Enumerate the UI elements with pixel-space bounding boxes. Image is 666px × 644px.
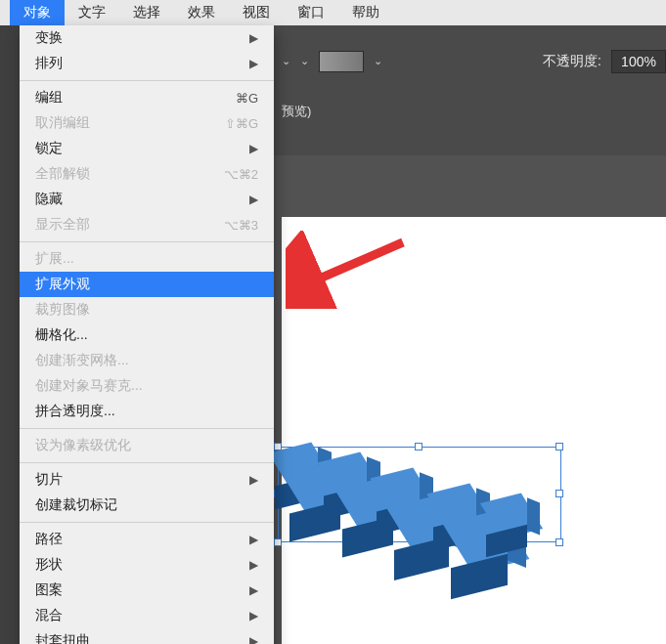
menu-item-help[interactable]: 帮助	[338, 0, 393, 25]
opacity-label: 不透明度:	[543, 53, 601, 70]
left-toolbox	[0, 25, 20, 644]
menu-separator	[20, 428, 274, 429]
menu-item-view[interactable]: 视图	[229, 0, 284, 25]
chevron-right-icon: ▶	[249, 583, 258, 597]
menu-item: 设为像素级优化	[20, 433, 274, 458]
menu-item-label: 隐藏	[35, 191, 63, 208]
menu-separator	[20, 522, 274, 523]
chevron-right-icon: ▶	[249, 533, 258, 546]
menu-item[interactable]: 锁定▶	[20, 136, 274, 161]
menu-item-effect[interactable]: 效果	[174, 0, 229, 25]
selection-handle[interactable]	[555, 443, 563, 451]
menu-item-shortcut: ⇧⌘G	[225, 116, 258, 131]
opacity-input[interactable]: 100%	[611, 50, 666, 73]
menu-item: 裁剪图像	[20, 297, 274, 322]
menu-separator	[20, 241, 274, 242]
chevron-right-icon: ▶	[249, 609, 258, 623]
chevron-down-icon[interactable]: ⌄	[374, 55, 382, 67]
selected-artwork[interactable]	[280, 435, 563, 621]
menu-item-window[interactable]: 窗口	[284, 0, 338, 25]
menu-item-label: 扩展...	[35, 250, 74, 268]
menu-item-label: 创建渐变网格...	[35, 352, 129, 369]
menu-item[interactable]: 变换▶	[20, 25, 274, 51]
menu-item-label: 路径	[35, 531, 63, 548]
menu-item-label: 扩展外观	[35, 276, 90, 293]
object-menu-dropdown: 变换▶排列▶编组⌘G取消编组⇧⌘G锁定▶全部解锁⌥⌘2隐藏▶显示全部⌥⌘3扩展.…	[20, 25, 274, 644]
selection-handle[interactable]	[274, 538, 282, 546]
chevron-right-icon: ▶	[249, 31, 258, 45]
selection-handle[interactable]	[555, 538, 563, 546]
menu-item-label: 全部解锁	[35, 165, 90, 183]
menu-item: 取消编组⇧⌘G	[20, 110, 274, 136]
menu-item-select[interactable]: 选择	[119, 0, 174, 25]
menu-item-label: 显示全部	[35, 216, 90, 234]
menu-item-label: 图案	[35, 581, 63, 599]
menu-item[interactable]: 形状▶	[20, 552, 274, 578]
chevron-right-icon: ▶	[249, 558, 258, 572]
menu-item-label: 拼合透明度...	[35, 403, 115, 420]
menu-item-object[interactable]: 对象	[10, 0, 65, 25]
menu-item-text[interactable]: 文字	[65, 0, 119, 25]
chevron-right-icon: ▶	[249, 142, 258, 155]
menu-item[interactable]: 拼合透明度...	[20, 399, 274, 424]
menu-item[interactable]: 栅格化...	[20, 322, 274, 348]
menubar: 对象 文字 选择 效果 视图 窗口 帮助	[0, 0, 666, 25]
menu-item-label: 排列	[35, 55, 63, 72]
chevron-right-icon: ▶	[249, 57, 258, 70]
menu-item-label: 设为像素级优化	[35, 437, 131, 454]
menu-item[interactable]: 图案▶	[20, 578, 274, 603]
chevron-right-icon: ▶	[249, 634, 258, 644]
menu-item-label: 取消编组	[35, 114, 90, 132]
selection-handle[interactable]	[555, 490, 563, 497]
menu-item-label: 栅格化...	[35, 326, 88, 344]
menu-separator	[20, 462, 274, 463]
menu-item-label: 编组	[35, 89, 63, 107]
menu-item-shortcut: ⌥⌘3	[224, 218, 258, 233]
menu-item[interactable]: 排列▶	[20, 51, 274, 76]
chevron-right-icon: ▶	[249, 193, 258, 206]
menu-item: 全部解锁⌥⌘2	[20, 161, 274, 187]
menu-item[interactable]: 混合▶	[20, 603, 274, 628]
menu-item[interactable]: 封套扭曲▶	[20, 628, 274, 644]
menu-item: 显示全部⌥⌘3	[20, 212, 274, 237]
menu-item[interactable]: 切片▶	[20, 467, 274, 493]
menu-item: 创建渐变网格...	[20, 348, 274, 373]
menu-item: 扩展...	[20, 246, 274, 272]
menu-item-label: 裁剪图像	[35, 301, 90, 319]
selection-handle[interactable]	[415, 443, 422, 451]
menu-item-shortcut: ⌘G	[236, 91, 258, 106]
menu-item[interactable]: 创建裁切标记	[20, 493, 274, 518]
menu-item[interactable]: 扩展外观	[20, 272, 274, 297]
menu-item[interactable]: 隐藏▶	[20, 187, 274, 212]
menu-item-label: 切片	[35, 471, 63, 489]
menu-item-label: 封套扭曲	[35, 632, 90, 644]
chevron-down-icon[interactable]: ⌄	[300, 55, 309, 67]
menu-item-label: 混合	[35, 607, 63, 624]
menu-item-shortcut: ⌥⌘2	[224, 167, 258, 182]
menu-item-label: 创建对象马赛克...	[35, 377, 143, 395]
menu-item-label: 形状	[35, 556, 63, 574]
menu-item-label: 创建裁切标记	[35, 496, 117, 514]
menu-item: 创建对象马赛克...	[20, 373, 274, 399]
menu-item-label: 锁定	[35, 140, 63, 157]
menu-item-label: 变换	[35, 29, 63, 47]
chevron-right-icon: ▶	[249, 473, 258, 487]
menu-item[interactable]: 编组⌘G	[20, 85, 274, 110]
style-swatch[interactable]	[319, 51, 364, 72]
menu-item[interactable]: 路径▶	[20, 527, 274, 552]
chevron-down-icon[interactable]: ⌄	[282, 55, 290, 67]
menu-separator	[20, 80, 274, 81]
